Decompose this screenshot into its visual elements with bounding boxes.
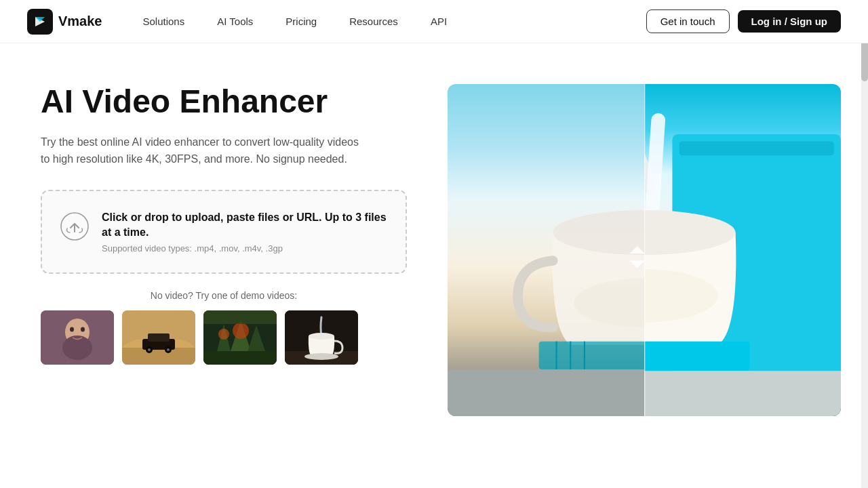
nav-api[interactable]: API: [431, 16, 447, 27]
main-content: AI Video Enhancer Try the best online AI…: [0, 43, 868, 488]
svg-rect-41: [679, 141, 834, 155]
logo-text: Vmake: [58, 14, 102, 29]
demo-thumbnail-4[interactable]: [285, 310, 358, 365]
svg-point-14: [148, 348, 151, 351]
svg-rect-23: [203, 310, 277, 324]
svg-point-15: [167, 348, 170, 351]
header: Vmake Solutions AI Tools Pricing Resourc…: [0, 0, 868, 43]
svg-point-22: [218, 329, 229, 340]
main-nav: Solutions AI Tools Pricing Resources API: [143, 16, 646, 27]
video-preview: [448, 84, 841, 416]
svg-point-6: [70, 327, 74, 331]
thumb-inner-2: [122, 310, 195, 365]
right-panel: [448, 84, 841, 416]
hero-title: AI Video Enhancer: [41, 84, 407, 120]
hero-description: Try the best online AI video enhancer to…: [41, 134, 366, 168]
login-button[interactable]: Log in / Sign up: [738, 10, 841, 33]
upload-main-text: Click or drop to upload, paste files or …: [102, 210, 389, 241]
svg-point-21: [233, 323, 249, 339]
logo-link[interactable]: Vmake: [27, 9, 102, 35]
scrollbar[interactable]: [861, 0, 868, 488]
left-panel: AI Video Enhancer Try the best online AI…: [41, 84, 407, 365]
thumb-inner-3: [203, 310, 277, 365]
thumb-inner-1: [41, 310, 114, 365]
svg-rect-9: [122, 348, 195, 365]
nav-pricing[interactable]: Pricing: [285, 16, 317, 27]
nav-ai-tools[interactable]: AI Tools: [217, 16, 253, 27]
svg-point-27: [304, 353, 338, 360]
thumb-inner-4: [285, 310, 358, 365]
svg-point-7: [81, 327, 85, 331]
nav-resources[interactable]: Resources: [349, 16, 398, 27]
preview-svg: [448, 84, 841, 416]
upload-dropzone[interactable]: Click or drop to upload, paste files or …: [41, 190, 407, 274]
upload-sub-text: Supported video types: .mp4, .mov, .m4v,…: [102, 243, 389, 253]
logo-icon: [27, 9, 53, 35]
get-in-touch-button[interactable]: Get in touch: [646, 9, 730, 33]
demo-thumbnail-3[interactable]: [203, 310, 277, 365]
svg-rect-11: [148, 333, 170, 342]
upload-icon: [58, 210, 91, 243]
svg-rect-17: [203, 351, 277, 365]
demo-thumbnails: [41, 310, 407, 365]
demo-thumbnail-2[interactable]: [122, 310, 195, 365]
nav-solutions[interactable]: Solutions: [143, 16, 185, 27]
demo-label: No video? Try one of demo videos:: [41, 290, 407, 301]
header-actions: Get in touch Log in / Sign up: [646, 9, 841, 33]
demo-thumbnail-1[interactable]: [41, 310, 114, 365]
upload-text-area: Click or drop to upload, paste files or …: [102, 210, 389, 253]
